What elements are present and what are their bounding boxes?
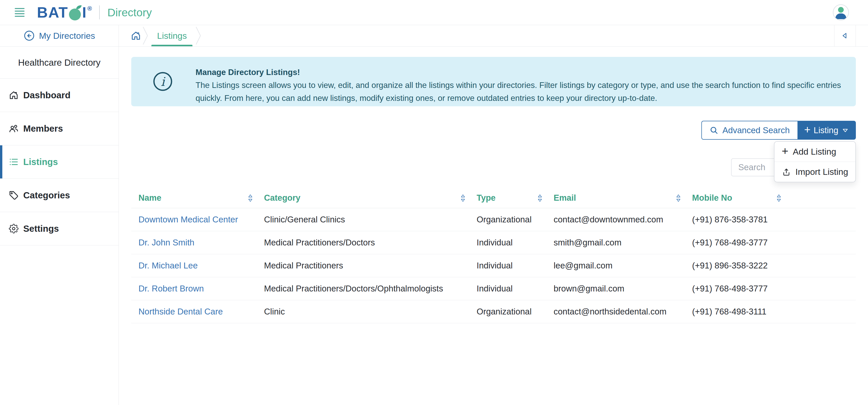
sidebar-item-label: Members (23, 123, 63, 134)
avatar-head (838, 7, 844, 13)
listing-name-link[interactable]: Downtown Medical Center (138, 215, 238, 224)
sidebar-item-label: Listings (23, 157, 58, 167)
menu-item-add-listing[interactable]: + Add Listing (774, 142, 855, 162)
breadcrumb-home[interactable] (131, 30, 141, 41)
listing-email: contact@northsidedental.com (547, 300, 685, 323)
column-header-mobile: Mobile No (692, 193, 732, 203)
search-icon (710, 126, 718, 135)
column-header-category: Category (264, 193, 301, 203)
listings-table: Name Category Type Email Mobile No (131, 188, 856, 323)
table-row: Downtown Medical Center Clinic/General C… (131, 208, 856, 231)
menu-item-import-listing[interactable]: Import Listing (774, 162, 855, 182)
listing-email: brown@gmail.com (547, 277, 685, 300)
table-row: Dr. Michael Lee Medical Practitioners In… (131, 254, 856, 277)
registered-mark: ® (87, 5, 92, 12)
user-avatar[interactable] (833, 4, 849, 21)
listing-name-link[interactable]: Dr. John Smith (138, 238, 194, 247)
plus-icon: + (782, 145, 788, 157)
listing-type: Organizational (469, 300, 547, 323)
upload-icon (782, 167, 791, 177)
advanced-search-label: Advanced Search (722, 125, 790, 135)
listing-email: smith@gmail.com (547, 231, 685, 254)
listing-button-label: Listing (814, 125, 838, 135)
collapse-panel-button[interactable] (834, 25, 856, 46)
listing-mobile: (+91) 768-498-3777 (685, 277, 856, 300)
listing-name-link[interactable]: Dr. Michael Lee (138, 261, 197, 270)
avatar-shoulders (835, 13, 846, 19)
svg-text:i: i (161, 75, 165, 89)
banner-title: Manage Directory Listings! (195, 66, 853, 79)
content: i Manage Directory Listings! The Listing… (119, 47, 868, 323)
table-row: Northside Dental Care Clinic Organizatio… (131, 300, 856, 323)
table-row: Dr. John Smith Medical Practitioners/Doc… (131, 231, 856, 254)
listing-category: Clinic/General Clinics (257, 208, 469, 231)
listing-category: Medical Practitioners/Doctors (257, 231, 469, 254)
banner-text: Manage Directory Listings! The Listings … (195, 57, 853, 106)
chevron-right-icon (195, 25, 202, 46)
hamburger-menu-icon[interactable] (15, 6, 25, 18)
directory-name: Healthcare Directory (0, 47, 119, 79)
sidebar-item-settings[interactable]: Settings (0, 212, 119, 245)
sort-icon[interactable] (537, 194, 543, 202)
menu-item-label: Add Listing (793, 147, 836, 157)
tag-icon (9, 190, 19, 200)
sidebar-item-members[interactable]: Members (0, 112, 119, 145)
listing-category: Clinic (257, 300, 469, 323)
users-icon (9, 124, 19, 134)
home-icon (9, 90, 19, 100)
gear-icon (9, 224, 19, 234)
breadcrumb-current[interactable]: Listings (150, 25, 194, 46)
listing-name-link[interactable]: Dr. Robert Brown (138, 284, 204, 293)
home-icon (131, 30, 141, 41)
sort-icon[interactable] (247, 194, 253, 202)
listing-mobile: (+91) 768-498-3777 (685, 231, 856, 254)
listing-category: Medical Practitioners/Doctors/Ophthalmol… (257, 277, 469, 300)
info-icon: i (152, 71, 173, 92)
listing-type: Individual (469, 277, 547, 300)
topbar-divider (99, 5, 100, 20)
batoi-logo: BAT I ® (37, 4, 92, 21)
listing-mobile: (+91) 876-358-3781 (685, 208, 856, 231)
list-icon (9, 157, 19, 167)
listing-type: Individual (469, 231, 547, 254)
plus-icon: + (804, 124, 811, 135)
column-header-type: Type (476, 193, 495, 203)
triangle-left-icon (841, 31, 849, 40)
chevron-right-icon (142, 25, 149, 46)
table-header-row: Name Category Type Email Mobile No (131, 188, 856, 208)
listing-category: Medical Practitioners (257, 254, 469, 277)
logo-text-left: BAT (37, 4, 68, 21)
app-title: Directory (107, 6, 152, 19)
caret-down-icon (841, 126, 849, 134)
listing-mobile: (+91) 768-498-3111 (685, 300, 856, 323)
sidebar-item-categories[interactable]: Categories (0, 179, 119, 212)
sidebar-item-dashboard[interactable]: Dashboard (0, 79, 119, 112)
top-bar: BAT I ® Directory (0, 0, 868, 25)
column-header-name: Name (138, 193, 161, 203)
listing-button[interactable]: + Listing (798, 121, 856, 140)
toolbar: Advanced Search + Listing (131, 121, 856, 140)
sort-icon[interactable] (776, 194, 782, 202)
listing-dropdown-menu: + Add Listing Import Listing (774, 141, 856, 182)
sort-icon[interactable] (676, 194, 681, 202)
back-to-my-directories[interactable]: My Directories (0, 25, 119, 47)
listing-name-link[interactable]: Northside Dental Care (138, 307, 223, 316)
advanced-search-button[interactable]: Advanced Search (702, 121, 798, 140)
back-label: My Directories (39, 31, 95, 41)
column-header-email: Email (554, 193, 576, 203)
sidebar-item-label: Settings (23, 224, 59, 234)
listing-type: Organizational (469, 208, 547, 231)
info-banner: i Manage Directory Listings! The Listing… (131, 57, 856, 106)
sidebar-item-label: Categories (23, 190, 70, 200)
logo-apple-icon (68, 5, 83, 21)
sort-icon[interactable] (460, 194, 466, 202)
breadcrumb: Listings (119, 25, 868, 47)
listing-email: contact@downtownmed.com (547, 208, 685, 231)
logo-text-right: I (82, 4, 87, 21)
table-row: Dr. Robert Brown Medical Practitioners/D… (131, 277, 856, 300)
banner-body: The Listings screen allows you to view, … (195, 79, 853, 105)
search-row (131, 158, 856, 176)
sidebar-item-listings[interactable]: Listings (0, 145, 119, 179)
sidebar: My Directories Healthcare Directory Dash… (0, 25, 119, 405)
main-area: Listings i Manage Direct (119, 25, 868, 405)
